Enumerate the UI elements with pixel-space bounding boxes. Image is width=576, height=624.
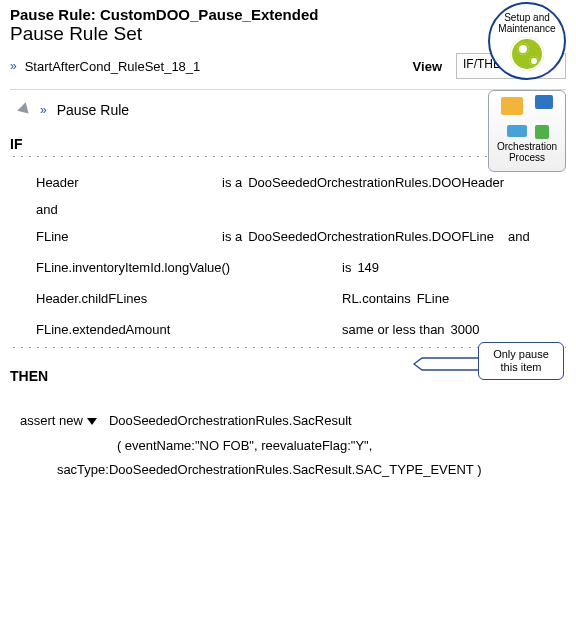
view-label: View (413, 59, 442, 74)
and-trailing: and (508, 229, 530, 244)
then-body: assert new DooSeededOrchestrationRules.S… (0, 401, 576, 491)
expand-icon[interactable]: » (40, 104, 47, 116)
gear-icon (510, 37, 544, 71)
annotation-callout: Only pausethis item (478, 342, 564, 380)
callout-pointer (414, 354, 478, 374)
expand-icon[interactable]: » (10, 60, 17, 72)
condition-op[interactable]: is a (222, 229, 242, 244)
condition-row: FLine is a DooSeededOrchestrationRules.D… (0, 221, 576, 252)
condition-op[interactable]: is (342, 260, 351, 275)
condition-right[interactable]: 149 (357, 260, 379, 275)
condition-op[interactable]: is a (222, 175, 242, 190)
condition-left[interactable]: Header.childFLines (36, 291, 336, 306)
condition-right[interactable]: DooSeededOrchestrationRules.DOOFLine (248, 229, 494, 244)
badge-label: Setup andMaintenance (498, 12, 555, 34)
orchestration-process-badge[interactable]: OrchestrationProcess (488, 90, 566, 172)
condition-left[interactable]: Header (36, 175, 216, 190)
dotted-divider (10, 156, 566, 157)
collapse-toggle-icon[interactable] (17, 102, 33, 118)
chevron-down-icon (87, 418, 97, 425)
condition-row: FLine.extendedAmount same or less than 3… (0, 314, 576, 345)
setup-maintenance-badge[interactable]: Setup andMaintenance (488, 2, 566, 80)
condition-op[interactable]: RL.contains (342, 291, 411, 306)
rule-name: Pause Rule (57, 102, 129, 118)
condition-right[interactable]: 3000 (451, 322, 480, 337)
condition-right[interactable]: DooSeededOrchestrationRules.DOOHeader (248, 175, 504, 190)
badge-label: OrchestrationProcess (497, 141, 557, 163)
condition-left[interactable]: FLine (36, 229, 216, 244)
condition-row: FLine.inventoryItemId.longValue() is 149 (0, 252, 576, 283)
assert-expression[interactable]: DooSeededOrchestrationRules.SacResult ( … (109, 409, 566, 483)
ruleset-name: StartAfterCond_RuleSet_18_1 (25, 59, 201, 74)
orchestration-icon (499, 95, 555, 139)
condition-row: Header.childFLines RL.contains FLine (0, 283, 576, 314)
page-title: Pause Rule: CustomDOO_Pause_Extended (0, 0, 576, 23)
and-keyword: and (0, 198, 576, 221)
condition-right[interactable]: FLine (417, 291, 450, 306)
condition-op[interactable]: same or less than (342, 322, 445, 337)
ruleset-row: » StartAfterCond_RuleSet_18_1 View IF/TH… (0, 51, 576, 89)
condition-row: Header is a DooSeededOrchestrationRules.… (0, 167, 576, 198)
condition-left[interactable]: FLine.extendedAmount (36, 322, 336, 337)
assert-new-action[interactable]: assert new (20, 409, 97, 434)
condition-left[interactable]: FLine.inventoryItemId.longValue() (36, 260, 336, 275)
